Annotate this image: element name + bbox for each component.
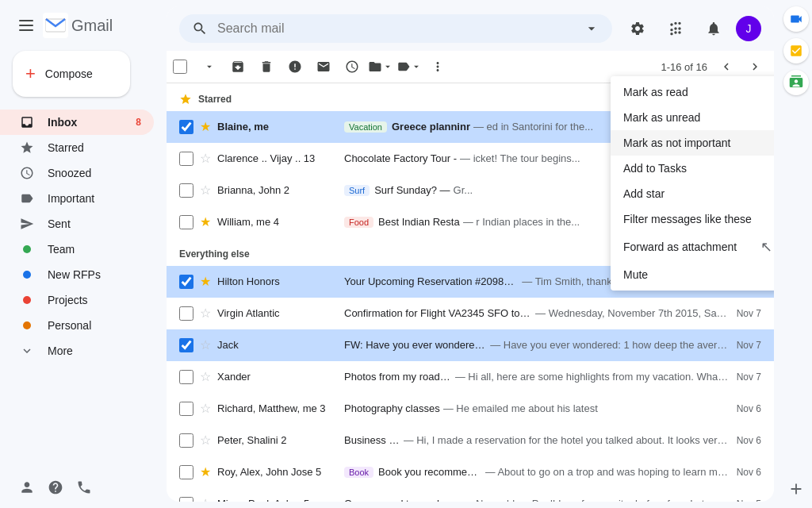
snooze-button[interactable] [339, 54, 365, 79]
email-subject: FW: Have you ever wondered...? [344, 339, 487, 351]
star-icon[interactable]: ☆ [200, 401, 211, 416]
email-snippet: — r Indian places in the... [463, 216, 580, 228]
menu-item-add-star[interactable]: Add star [611, 181, 774, 206]
sidebar-item-inbox[interactable]: Inbox 8 [0, 110, 154, 135]
menu-item-filter-like[interactable]: Filter messages like these [611, 206, 774, 232]
search-bar[interactable] [179, 14, 612, 43]
archive-button[interactable] [225, 54, 251, 79]
gmail-logo: Gmail [43, 13, 113, 38]
sidebar-item-new-rfps[interactable]: New RFPs [0, 262, 154, 287]
more-icon [19, 343, 35, 359]
star-icon[interactable]: ☆ [200, 337, 211, 352]
star-icon [19, 140, 35, 156]
spam-button[interactable] [282, 54, 308, 79]
support-icon[interactable] [48, 479, 63, 495]
star-icon[interactable]: ☆ [200, 183, 211, 198]
cursor-indicator: ↖ [760, 238, 772, 256]
email-checkbox[interactable] [179, 402, 193, 416]
contacts-button[interactable] [783, 70, 809, 95]
star-icon[interactable]: ☆ [200, 496, 211, 502]
email-subject: Chocolate Factory Tour - [344, 152, 457, 164]
star-icon[interactable]: ☆ [200, 306, 211, 321]
search-dropdown-icon[interactable] [584, 21, 599, 37]
email-checkbox[interactable] [179, 306, 193, 321]
add-panel-button[interactable] [783, 476, 809, 502]
star-icon[interactable]: ★ [200, 274, 211, 289]
new-rfps-dot-icon [19, 267, 35, 283]
meet-button[interactable] [783, 6, 809, 32]
personal-dot-icon [19, 318, 35, 333]
email-row[interactable]: ☆ Peter, Shalini 2 Business trip — Hi, I… [167, 425, 774, 456]
email-snippet: — About to go on a trop and was hoping t… [485, 466, 730, 478]
mark-button[interactable] [311, 54, 336, 79]
menu-item-mark-read[interactable]: Mark as read [611, 79, 774, 105]
email-snippet: — Hi all, here are some highlights from … [455, 371, 730, 383]
compose-button[interactable]: + Compose [13, 51, 130, 97]
avatar[interactable]: J [736, 16, 761, 41]
menu-item-mark-unread[interactable]: Mark as unread [611, 105, 774, 130]
star-icon[interactable]: ★ [200, 464, 211, 479]
email-subject: Greece planninr [392, 121, 470, 133]
sidebar-item-important[interactable]: Important [0, 186, 154, 211]
email-checkbox[interactable] [179, 152, 193, 166]
sidebar-item-projects[interactable]: Projects [0, 287, 154, 313]
sidebar-item-starred[interactable]: Starred [0, 135, 154, 160]
email-checkbox[interactable] [179, 183, 193, 198]
email-row[interactable]: ★ Roy, Alex, John Jose 5 Book Book you r… [167, 456, 774, 488]
email-row[interactable]: ☆ Mizra, Paul, Asher 5 Oops... need to r… [167, 488, 774, 502]
email-checkbox[interactable] [179, 465, 193, 479]
delete-button[interactable] [254, 54, 279, 79]
account-icon[interactable] [19, 479, 35, 495]
star-icon[interactable]: ☆ [200, 369, 211, 384]
sent-label: Sent [48, 217, 141, 230]
email-checkbox[interactable] [179, 497, 193, 502]
email-time: Nov 5 [737, 498, 761, 502]
sidebar-item-personal[interactable]: Personal [0, 313, 154, 338]
top-right-icons: J [622, 13, 761, 44]
email-checkbox[interactable] [179, 275, 193, 289]
email-checkbox[interactable] [179, 433, 193, 448]
projects-dot-icon [19, 292, 35, 308]
snoozed-icon [19, 165, 35, 181]
menu-item-mute[interactable]: Mute [611, 262, 774, 287]
email-row[interactable]: ☆ Jack FW: Have you ever wondered...? — … [167, 329, 774, 361]
star-icon[interactable]: ☆ [200, 151, 211, 166]
search-input[interactable] [217, 21, 574, 36]
email-row[interactable]: ☆ Xander Photos from my road trip — Hi a… [167, 361, 774, 393]
star-icon[interactable]: ★ [200, 214, 211, 229]
notifications-button[interactable] [698, 13, 730, 44]
sidebar-item-more[interactable]: More [0, 338, 154, 364]
email-subject: Photos from my road trip [344, 371, 452, 383]
sidebar-item-team[interactable]: Team [0, 237, 154, 262]
menu-item-add-tasks[interactable]: Add to Tasks [611, 156, 774, 181]
phone-icon[interactable] [76, 479, 92, 495]
apps-button[interactable] [660, 13, 691, 44]
sidebar-item-snoozed[interactable]: Snoozed [0, 160, 154, 186]
star-icon[interactable]: ☆ [200, 433, 211, 448]
email-checkbox[interactable] [179, 120, 193, 134]
settings-button[interactable] [622, 13, 653, 44]
move-to-button[interactable] [368, 54, 393, 79]
star-icon[interactable]: ★ [200, 119, 211, 134]
email-row[interactable]: ☆ Richard, Matthew, me 3 Photography cla… [167, 393, 774, 425]
tasks-button[interactable] [783, 38, 809, 64]
email-time: Nov 6 [737, 467, 761, 478]
more-actions-button[interactable] [425, 54, 450, 79]
email-snippet: Gr... [454, 184, 473, 196]
select-all-dropdown-button[interactable] [197, 54, 222, 79]
email-checkbox[interactable] [179, 338, 193, 352]
email-checkbox[interactable] [179, 215, 193, 229]
email-checkbox[interactable] [179, 370, 193, 384]
sidebar-item-sent[interactable]: Sent [0, 211, 154, 237]
everything-section-title: Everything else [179, 248, 250, 260]
labels-button[interactable] [396, 54, 422, 79]
starred-section-icon [179, 93, 192, 106]
menu-item-forward-attachment[interactable]: Forward as attachment ↖ [611, 232, 774, 262]
select-all-checkbox[interactable] [173, 60, 187, 74]
email-sender: Jack [217, 339, 344, 351]
hamburger-menu[interactable] [13, 13, 40, 37]
email-tag: Surf [344, 185, 370, 196]
menu-item-mark-not-important[interactable]: Mark as not important [611, 130, 774, 156]
email-time: Nov 7 [737, 340, 761, 351]
email-row[interactable]: ☆ Virgin Atlantic Confirmation for Fligh… [167, 298, 774, 329]
